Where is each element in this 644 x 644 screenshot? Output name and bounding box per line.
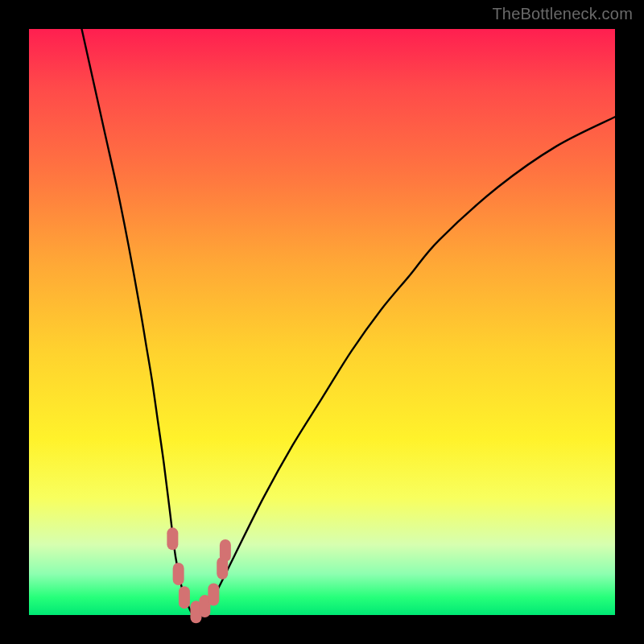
curve-marker [167, 527, 178, 550]
curve-marker [220, 539, 231, 562]
chart-frame: TheBottleneck.com [0, 0, 644, 644]
plot-area [29, 29, 615, 615]
bottleneck-curve [82, 29, 615, 616]
curve-markers [167, 527, 231, 623]
watermark-text: TheBottleneck.com [492, 5, 633, 23]
curve-marker [179, 586, 190, 609]
curve-marker [173, 563, 184, 585]
chart-svg [29, 29, 615, 615]
curve-marker [208, 584, 219, 606]
